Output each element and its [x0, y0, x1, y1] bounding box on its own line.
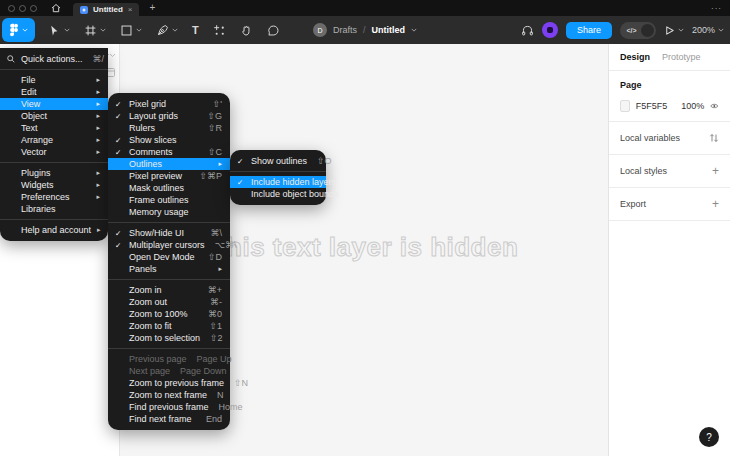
menu-item-include-object-bounds[interactable]: Include object bounds — [230, 188, 326, 200]
menu-item-layout-grids[interactable]: ✓Layout grids⇧G — [108, 110, 230, 122]
close-tab-icon[interactable]: × — [128, 6, 133, 14]
menu-item-show-slices[interactable]: ✓Show slices — [108, 134, 230, 146]
dev-mode-toggle[interactable]: </> — [620, 22, 656, 39]
window-close-button[interactable] — [8, 5, 15, 12]
collaborator-avatar[interactable]: D — [313, 23, 327, 37]
menu-item-mask-outlines[interactable]: Mask outlines — [108, 182, 230, 194]
menu-item-zoom-in[interactable]: Zoom in⌘+ — [108, 284, 230, 296]
menu-item-find-previous-frame[interactable]: Find previous frameHome — [108, 401, 230, 413]
submenu-arrow-icon: ▸ — [96, 148, 100, 156]
headphones-icon[interactable] — [521, 24, 534, 37]
move-tool[interactable] — [41, 24, 77, 37]
color-hex-value[interactable]: F5F5F5 — [636, 101, 668, 111]
menu-item-memory-usage[interactable]: Memory usage — [108, 206, 230, 218]
menu-item-multiplayer-cursors[interactable]: ✓Multiplayer cursors⌥⌘\ — [108, 239, 230, 251]
add-style-icon[interactable]: + — [712, 165, 719, 177]
menu-divider — [230, 171, 326, 172]
menu-item-zoom-to-next-frame[interactable]: Zoom to next frameN — [108, 389, 230, 401]
menu-item-quick-actions[interactable]: Quick actions... ⌘/ — [0, 53, 108, 65]
frame-tool[interactable] — [77, 24, 113, 37]
menu-item-edit[interactable]: Edit▸ — [0, 86, 108, 98]
menu-item-zoom-to-previous-frame[interactable]: Zoom to previous frame⇧N — [108, 377, 230, 389]
menu-item-next-page: Next pagePage Down — [108, 365, 230, 377]
chevron-down-icon — [64, 28, 70, 32]
add-export-icon[interactable]: + — [712, 198, 719, 210]
shape-tool[interactable] — [113, 24, 149, 37]
export-label: Export — [620, 199, 646, 209]
menu-item-plugins[interactable]: Plugins▸ — [0, 167, 108, 179]
menu-item-help-and-account[interactable]: Help and account▸ — [0, 224, 108, 236]
comment-tool[interactable] — [260, 24, 287, 37]
breadcrumb: D Drafts / Untitled — [313, 23, 417, 37]
checkmark-icon: ✓ — [115, 241, 121, 250]
chevron-down-icon — [718, 28, 724, 32]
menu-item-zoom-to-fit[interactable]: Zoom to fit⇧1 — [108, 320, 230, 332]
menu-item-zoom-to-selection[interactable]: Zoom to selection⇧2 — [108, 332, 230, 344]
export-row[interactable]: Export + — [609, 188, 730, 221]
user-avatar[interactable] — [542, 22, 558, 38]
menu-item-show-hide-ui[interactable]: ✓Show/Hide UI⌘\ — [108, 227, 230, 239]
menu-item-preferences[interactable]: Preferences▸ — [0, 191, 108, 203]
menu-item-arrange[interactable]: Arrange▸ — [0, 134, 108, 146]
menu-item-frame-outlines[interactable]: Frame outlines — [108, 194, 230, 206]
submenu-arrow-icon: ▸ — [96, 193, 100, 201]
menu-item-comments[interactable]: ✓Comments⇧C — [108, 146, 230, 158]
more-options-icon[interactable]: ··· — [711, 4, 722, 13]
chevron-down-icon[interactable] — [411, 28, 417, 32]
menu-item-show-outlines[interactable]: ✓Show outlines⇧O — [230, 155, 326, 167]
menu-item-view[interactable]: View▸ — [0, 98, 108, 110]
figma-logo-icon — [9, 23, 19, 37]
submenu-arrow-icon: ▸ — [96, 181, 100, 189]
menu-item-pixel-grid[interactable]: ✓Pixel grid⇧' — [108, 98, 230, 110]
breadcrumb-project[interactable]: Drafts — [333, 25, 357, 35]
submenu-arrow-icon: ▸ — [97, 226, 101, 234]
tab-title: Untitled — [93, 5, 123, 14]
menu-item-file[interactable]: File▸ — [0, 74, 108, 86]
color-swatch[interactable] — [620, 100, 630, 112]
menu-item-zoom-to-100[interactable]: Zoom to 100%⌘0 — [108, 308, 230, 320]
breadcrumb-separator: / — [363, 25, 366, 35]
menu-item-previous-page: Previous pagePage Up — [108, 353, 230, 365]
chevron-down-icon — [136, 28, 142, 32]
menu-item-vector[interactable]: Vector▸ — [0, 146, 108, 158]
menu-item-open-dev-mode[interactable]: Open Dev Mode⇧D — [108, 251, 230, 263]
menu-item-text[interactable]: Text▸ — [0, 122, 108, 134]
share-button[interactable]: Share — [566, 22, 612, 39]
menu-item-find-next-frame[interactable]: Find next frameEnd — [108, 413, 230, 425]
breadcrumb-file-name[interactable]: Untitled — [372, 25, 406, 35]
actions-icon — [213, 24, 226, 37]
file-tab[interactable]: Untitled × — [73, 3, 139, 16]
menu-item-panels[interactable]: Panels▸ — [108, 263, 230, 275]
menu-item-pixel-preview[interactable]: Pixel preview⇧⌘P — [108, 170, 230, 182]
present-button[interactable] — [664, 25, 684, 36]
zoom-level-selector[interactable]: 200% — [692, 25, 724, 35]
menu-item-zoom-out[interactable]: Zoom out⌘- — [108, 296, 230, 308]
submenu-arrow-icon: ▸ — [96, 112, 100, 120]
menu-item-outlines[interactable]: Outlines▸ — [108, 158, 230, 170]
chevron-down-icon — [678, 28, 684, 32]
opacity-value[interactable]: 100% — [681, 101, 704, 111]
tab-design[interactable]: Design — [620, 52, 650, 62]
window-zoom-button[interactable] — [30, 5, 37, 12]
pen-tool[interactable] — [149, 24, 185, 37]
menu-item-widgets[interactable]: Widgets▸ — [0, 179, 108, 191]
hand-tool[interactable] — [233, 24, 260, 37]
eye-icon[interactable] — [710, 102, 719, 110]
rectangle-icon — [120, 24, 133, 37]
actions-tool[interactable] — [206, 24, 233, 37]
window-minimize-button[interactable] — [19, 5, 26, 12]
menu-item-include-hidden-layers[interactable]: ✓Include hidden layers — [230, 176, 326, 188]
new-tab-button[interactable]: + — [149, 3, 155, 13]
tab-prototype[interactable]: Prototype — [662, 52, 701, 62]
menu-item-libraries[interactable]: Libraries — [0, 203, 108, 215]
local-styles-row[interactable]: Local styles + — [609, 155, 730, 188]
menu-item-object[interactable]: Object▸ — [0, 110, 108, 122]
menu-item-rulers[interactable]: Rulers⇧R — [108, 122, 230, 134]
text-tool[interactable]: T — [185, 25, 206, 36]
comment-bubble-icon — [267, 24, 280, 37]
home-button[interactable] — [51, 3, 61, 13]
main-menu-button[interactable] — [2, 18, 35, 42]
local-variables-row[interactable]: Local variables — [609, 122, 730, 155]
dev-mode-icon: </> — [622, 27, 641, 34]
help-button[interactable]: ? — [699, 427, 719, 447]
